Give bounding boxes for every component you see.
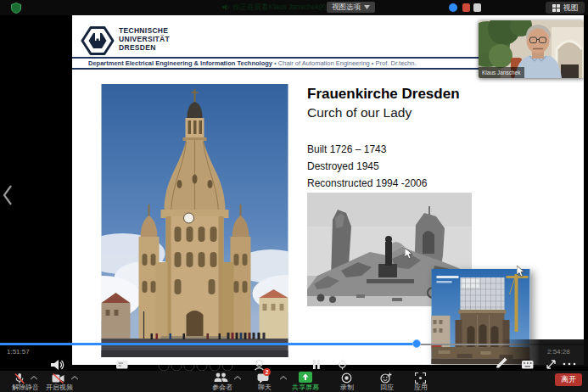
chat-label[interactable]: 聊天 bbox=[251, 383, 278, 392]
presenter-cursor-icon bbox=[405, 248, 414, 260]
share-screen-icon[interactable] bbox=[299, 372, 312, 383]
record-label[interactable]: 录制 bbox=[333, 383, 361, 392]
reaction-ghost-icons bbox=[158, 360, 238, 372]
settings-gear-icon[interactable] bbox=[337, 359, 348, 370]
grid-view-icon bbox=[552, 4, 560, 12]
view-options-label: 视图选项 bbox=[332, 3, 361, 13]
chat-caret-icon[interactable] bbox=[280, 376, 287, 380]
slide-title: Frauenkirche Dresden bbox=[307, 86, 460, 103]
apps-label[interactable]: 应用 bbox=[407, 383, 434, 392]
participant-video-tile[interactable]: Klaus Janschek bbox=[479, 20, 584, 78]
webcam-video: Klaus Janschek bbox=[479, 20, 584, 78]
security-shield-icon[interactable] bbox=[11, 3, 21, 14]
meeting-window: TECHNISCHE UNIVERSITÄT DRESDEN Departmen… bbox=[0, 0, 588, 392]
logo-line: TECHNISCHE bbox=[119, 26, 170, 35]
share-screen-label[interactable]: 共享屏幕 bbox=[285, 383, 326, 392]
meeting-top-bar: 你正在观看Klaus Janschek的屏幕 视图选项 视图 bbox=[0, 0, 588, 15]
participants-icon[interactable] bbox=[214, 372, 228, 383]
logo-line: UNIVERSITÄT bbox=[119, 35, 170, 43]
participant-name-label: Klaus Janschek bbox=[482, 70, 521, 76]
mic-options-caret-icon[interactable] bbox=[31, 376, 37, 380]
logo-line: DRESDEN bbox=[119, 43, 170, 52]
more-options-icon[interactable] bbox=[563, 362, 576, 366]
viewer-cursor-icon bbox=[517, 266, 526, 277]
progress-handle[interactable] bbox=[412, 339, 421, 348]
video-options-caret-icon[interactable] bbox=[71, 376, 78, 380]
previous-chevron-icon[interactable] bbox=[1, 183, 14, 207]
volume-icon[interactable] bbox=[51, 359, 65, 372]
progress-fill bbox=[0, 343, 417, 345]
pause-icon[interactable] bbox=[312, 360, 321, 369]
speaker-icon bbox=[222, 3, 230, 11]
slide-body-text: Built 1726 – 1743 Destroyed 1945 Reconst… bbox=[307, 141, 427, 192]
leave-meeting-button[interactable]: 离开 bbox=[555, 373, 582, 386]
department-text: Department Electrical Engineering & Info… bbox=[88, 59, 272, 67]
body-line: Reconstructed 1994 -2006 bbox=[307, 175, 427, 192]
body-line: Destroyed 1945 bbox=[307, 158, 427, 175]
watching-banner-text: 你正在观看Klaus Janschek的屏幕 bbox=[232, 3, 341, 13]
elapsed-time: 1:51:57 bbox=[7, 348, 30, 356]
app-indicator-blue-icon bbox=[449, 3, 457, 12]
tu-dresden-logo-icon bbox=[80, 25, 115, 56]
app-indicator-gray-icon bbox=[473, 3, 481, 12]
annotate-pencil-icon[interactable] bbox=[496, 357, 507, 368]
participants-caret-icon[interactable] bbox=[234, 376, 241, 380]
reactions-label[interactable]: 回应 bbox=[373, 383, 400, 392]
view-button-label: 视图 bbox=[563, 3, 579, 14]
view-options-button[interactable]: 视图选项 bbox=[327, 2, 375, 13]
app-indicator-red-icon bbox=[462, 3, 470, 12]
frauenkirche-photo bbox=[101, 84, 288, 357]
resize-arrows-icon[interactable] bbox=[546, 359, 557, 370]
chair-text: • Chair of Automation Engineering • Prof… bbox=[274, 59, 416, 67]
body-line: Built 1726 – 1743 bbox=[307, 141, 427, 158]
university-name: TECHNISCHE UNIVERSITÄT DRESDEN bbox=[119, 26, 170, 52]
chevron-down-icon bbox=[364, 5, 370, 9]
slide-subtitle: Curch of our Lady bbox=[307, 105, 412, 120]
start-video-label[interactable]: 开启视频 bbox=[39, 383, 80, 392]
participants-label[interactable]: 参会者 bbox=[202, 383, 243, 392]
chat-unread-badge: 2 bbox=[263, 368, 271, 376]
panel-icon[interactable] bbox=[116, 361, 128, 369]
total-duration: 2:54:28 bbox=[547, 348, 570, 356]
keyboard-icon[interactable] bbox=[522, 361, 534, 369]
view-layout-button[interactable]: 视图 bbox=[546, 2, 585, 14]
